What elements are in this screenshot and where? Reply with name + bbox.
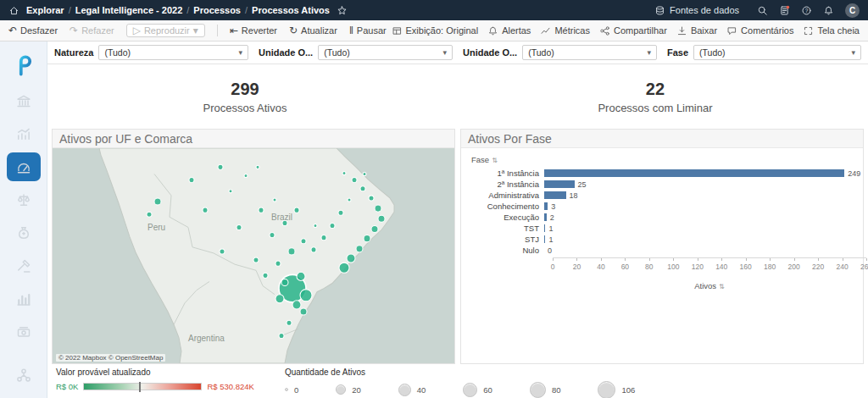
sidebar-item-justice[interactable] bbox=[7, 185, 41, 214]
refresh-button[interactable]: ↻ Atualizar bbox=[289, 25, 337, 36]
bar-row[interactable]: STJ1 bbox=[470, 234, 858, 245]
metrics-button[interactable]: Métricas bbox=[540, 25, 590, 36]
breadcrumb-view[interactable]: Processos Ativos bbox=[250, 5, 331, 15]
size-legend-item[interactable]: 80 bbox=[530, 382, 561, 398]
map-bubble[interactable] bbox=[364, 235, 370, 242]
alerts-button[interactable]: Alertas bbox=[487, 25, 531, 36]
size-legend-item[interactable]: 0 bbox=[285, 385, 298, 395]
map-bubble[interactable] bbox=[229, 190, 232, 193]
sidebar-item-charts[interactable] bbox=[7, 285, 41, 313]
map-attribution[interactable]: © 2022 Mapbox © OpenStreetMap bbox=[56, 354, 165, 362]
bar-row[interactable]: 2ª Instância25 bbox=[470, 179, 858, 190]
map-bubble[interactable] bbox=[154, 198, 161, 205]
search-icon[interactable] bbox=[757, 5, 768, 16]
map-bubble[interactable] bbox=[311, 247, 316, 252]
breadcrumb-workbook[interactable]: Processos bbox=[192, 5, 242, 15]
map-bubble[interactable] bbox=[339, 263, 349, 273]
map-bubble[interactable] bbox=[363, 172, 366, 175]
share-button[interactable]: Compartilhar bbox=[599, 25, 667, 36]
map-bubble[interactable] bbox=[294, 207, 299, 213]
map-bubble[interactable] bbox=[244, 174, 248, 177]
revert-button[interactable]: ⇤ Reverter bbox=[230, 25, 277, 36]
map-bubble[interactable] bbox=[279, 333, 284, 338]
map-bubble[interactable] bbox=[330, 223, 335, 228]
fase-bar[interactable] bbox=[544, 213, 547, 221]
bar-row[interactable]: Execução2 bbox=[470, 212, 858, 223]
breadcrumb-explorar[interactable]: Explorar bbox=[25, 5, 66, 15]
map-bubble[interactable] bbox=[275, 295, 284, 303]
map-bubble[interactable] bbox=[203, 207, 208, 213]
map-bubble[interactable] bbox=[259, 207, 264, 213]
map-bubble[interactable] bbox=[348, 198, 351, 202]
sort-icon[interactable]: ⇅ bbox=[719, 283, 725, 290]
map-bubble[interactable] bbox=[375, 205, 381, 212]
color-gradient[interactable] bbox=[83, 383, 202, 390]
sidebar-item-institution[interactable] bbox=[7, 86, 41, 115]
map-bubble[interactable] bbox=[275, 261, 281, 266]
map-bubble[interactable] bbox=[369, 196, 374, 201]
pause-button[interactable]: ‖ Pausar bbox=[349, 25, 387, 36]
map-bubble[interactable] bbox=[352, 178, 357, 183]
map-bubble[interactable] bbox=[218, 164, 223, 169]
filter-natureza-dropdown[interactable]: (Tudo) ▾ bbox=[98, 45, 248, 60]
map-bubble[interactable] bbox=[253, 257, 259, 263]
bar-row[interactable]: TST1 bbox=[470, 223, 858, 234]
breadcrumb-project[interactable]: Legal Intelligence - 2022 bbox=[74, 5, 185, 15]
map-bubble[interactable] bbox=[347, 254, 355, 263]
bar-row[interactable]: Administrativa18 bbox=[470, 190, 858, 201]
sidebar-item-network[interactable] bbox=[7, 361, 41, 390]
bar-row[interactable]: Nulo0 bbox=[470, 245, 858, 256]
map-bubble[interactable] bbox=[220, 249, 225, 254]
map-bubble[interactable] bbox=[314, 224, 317, 227]
redo-button[interactable]: ↷ Refazer bbox=[70, 25, 114, 36]
map-bubble[interactable] bbox=[288, 248, 295, 255]
map-bubble[interactable] bbox=[356, 246, 363, 252]
notifications-doc-icon[interactable] bbox=[779, 5, 790, 16]
filter-unidade-2-dropdown[interactable]: (Tudo) ▾ bbox=[522, 45, 657, 60]
fase-bar[interactable] bbox=[544, 202, 548, 210]
map-bubble[interactable] bbox=[236, 224, 242, 229]
map-bubble[interactable] bbox=[300, 308, 307, 315]
undo-button[interactable]: ↶ Desfazer bbox=[8, 25, 58, 36]
map-bubble[interactable] bbox=[300, 290, 312, 301]
map-bubble[interactable] bbox=[301, 239, 306, 244]
fase-bar[interactable] bbox=[544, 235, 545, 243]
comments-button[interactable]: Comentários bbox=[726, 25, 793, 36]
map-bubble[interactable] bbox=[282, 220, 287, 225]
axis-title[interactable]: Ativos⇅ bbox=[553, 281, 866, 290]
app-logo[interactable] bbox=[7, 48, 41, 82]
size-legend-item[interactable]: 40 bbox=[398, 384, 426, 396]
sidebar-item-payments[interactable] bbox=[7, 318, 41, 346]
download-button[interactable]: Baixar bbox=[676, 25, 717, 36]
map-bubble[interactable] bbox=[256, 165, 259, 169]
map-bubble[interactable] bbox=[342, 171, 346, 174]
map-bubble[interactable] bbox=[147, 212, 152, 217]
help-icon[interactable]: ? bbox=[801, 5, 812, 16]
size-legend-item[interactable]: 20 bbox=[336, 384, 361, 395]
fase-bar[interactable] bbox=[544, 191, 566, 199]
map-bubble[interactable] bbox=[360, 186, 365, 191]
map-bubble[interactable] bbox=[281, 279, 288, 285]
view-original-button[interactable]: Exibição: Original bbox=[392, 25, 479, 36]
row-header[interactable]: Fase⇅ bbox=[471, 155, 858, 164]
map-bubble[interactable] bbox=[270, 233, 275, 238]
sort-icon[interactable]: ⇅ bbox=[492, 157, 498, 164]
play-button[interactable]: ▷ Reproduzir ▾ bbox=[126, 24, 205, 37]
filter-unidade-1-dropdown[interactable]: (Tudo) ▾ bbox=[318, 45, 453, 60]
fase-bar[interactable] bbox=[544, 169, 844, 177]
home-icon[interactable] bbox=[8, 5, 19, 16]
fontes-de-dados-button[interactable]: Fontes de dados bbox=[648, 3, 746, 18]
fase-bar[interactable] bbox=[544, 180, 575, 188]
map-bubble[interactable] bbox=[297, 272, 305, 280]
fase-bar[interactable] bbox=[544, 224, 545, 232]
map-bubble[interactable] bbox=[263, 273, 268, 278]
sidebar-item-decisions[interactable] bbox=[7, 252, 41, 280]
map-bubble[interactable] bbox=[371, 225, 378, 232]
sidebar-item-dashboard[interactable] bbox=[7, 152, 41, 181]
filter-fase-dropdown[interactable]: (Tudo) ▾ bbox=[693, 45, 861, 60]
map-bubble[interactable] bbox=[273, 198, 276, 202]
map-bubble[interactable] bbox=[378, 215, 385, 222]
map-bubble[interactable] bbox=[292, 301, 301, 309]
avatar[interactable]: C bbox=[845, 3, 860, 18]
bell-icon[interactable] bbox=[823, 5, 834, 16]
